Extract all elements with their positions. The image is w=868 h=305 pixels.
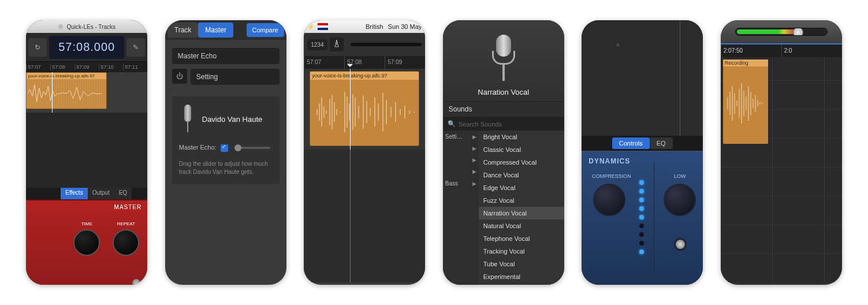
jack-icon: [674, 238, 687, 251]
meter-dot-icon: [616, 43, 620, 47]
setting-dropdown[interactable]: Setting: [191, 69, 280, 85]
playhead[interactable]: [350, 69, 351, 150]
preset-name-field[interactable]: Master Echo: [172, 48, 280, 64]
region-label: your-voice-is-breaking-up.aifc.97: [27, 73, 106, 79]
chevron-right-icon: ▶: [472, 169, 476, 174]
library-browser: Setti…▶ ▶ ▶ ▶ Bass▶ Bright Vocal Classic…: [443, 131, 564, 285]
track-lane[interactable]: your-voice-is-breaking-up.aifc.97: [304, 69, 425, 150]
category-item: ▶: [443, 154, 479, 166]
recording-panel: 2:07:50 2:0 Recording: [721, 20, 842, 285]
led-icon: [639, 241, 644, 246]
chevron-right-icon: ▶: [472, 146, 476, 151]
timeline-ruler[interactable]: 2:07:50 2:0: [721, 43, 842, 57]
preset-item[interactable]: Compressed Vocal: [479, 156, 564, 169]
category-column[interactable]: Setti…▶ ▶ ▶ ▶ Bass▶: [443, 131, 479, 285]
menubar-date[interactable]: Sun 30 May: [388, 23, 422, 30]
audio-region[interactable]: your-voice-is-breaking-up.aifc.97: [26, 72, 107, 109]
chevron-right-icon: ▶: [472, 181, 476, 187]
counter-display[interactable]: 1234: [307, 39, 327, 50]
metronome-button[interactable]: [330, 38, 344, 51]
tab-track[interactable]: Track: [167, 23, 199, 38]
category-item: ▶: [443, 166, 479, 177]
preset-item[interactable]: Tube Vocal: [479, 258, 564, 270]
preset-item[interactable]: Dance Vocal: [479, 169, 564, 181]
category-item: Setti…▶: [443, 131, 479, 143]
knob-label-repeat: REPEAT: [113, 221, 139, 226]
time-knob[interactable]: [73, 229, 100, 256]
playhead-line: [350, 150, 351, 282]
preset-item[interactable]: Telephone Vocal: [479, 232, 564, 245]
ruler-tick: 57:07: [304, 56, 344, 69]
category-item: Bass▶: [443, 177, 479, 189]
preset-item[interactable]: Natural Vocal: [479, 220, 564, 232]
waveform-icon: [310, 80, 419, 144]
timeline-ruler[interactable]: 57:07 57:08 57:09: [304, 56, 425, 69]
search-field[interactable]: 🔍 Search Sounds: [443, 117, 564, 131]
tab-eq[interactable]: EQ: [114, 188, 132, 199]
playhead[interactable]: [52, 72, 53, 113]
preset-title: Narration Vocal: [478, 88, 529, 96]
amp-label: MASTER: [114, 204, 142, 210]
compression-knob[interactable]: [593, 184, 625, 216]
tab-controls[interactable]: Controls: [612, 137, 650, 149]
preset-item[interactable]: Edge Vocal: [479, 181, 564, 194]
repeat-knob[interactable]: [113, 229, 139, 256]
transport-toolbar: ↻ 57:08.000 ✎: [26, 33, 147, 62]
tab-output[interactable]: Output: [88, 188, 114, 199]
preset-item[interactable]: Bright Vocal: [479, 131, 564, 143]
ruler-tick: 2:07:50: [721, 44, 781, 57]
empty-track-area: [26, 113, 147, 188]
input-level-meter[interactable]: [735, 28, 828, 36]
region-label: your-voice-is-breaking-up.aifc.97: [310, 72, 419, 80]
track-lane[interactable]: Recording: [721, 57, 842, 282]
window-title: Quick-LEs - Tracks: [67, 24, 116, 30]
knob-label-compression: COMPRESSION: [592, 173, 627, 179]
audio-region[interactable]: your-voice-is-breaking-up.aifc.97: [310, 71, 419, 146]
window-titlebar: Quick-LEs - Tracks: [26, 20, 147, 33]
tab-effects[interactable]: Effects: [61, 188, 87, 199]
sounds-header: Sounds: [443, 101, 564, 117]
preset-item-selected[interactable]: Narration Vocal: [479, 207, 564, 220]
edit-button[interactable]: ✎: [126, 38, 145, 57]
settings-body: Master Echo ⏻ Setting Davido Van Haute M…: [165, 40, 286, 192]
traffic-light-icon: [58, 24, 63, 29]
tab-master[interactable]: Master: [198, 23, 233, 38]
echo-checkbox[interactable]: [221, 144, 228, 152]
power-button[interactable]: ⏻: [172, 69, 187, 84]
dynamics-module: DYNAMICS COMPRESSION LOW: [582, 151, 703, 285]
setting-label: Setting: [196, 73, 218, 81]
playhead-line: [680, 20, 680, 136]
track-master-tabs: Track Master Compare: [165, 20, 286, 40]
preset-item[interactable]: Fuzz Vocal: [479, 194, 564, 207]
level-fill: [737, 29, 796, 34]
chevron-right-icon: ▶: [472, 134, 476, 140]
track-name: Davido Van Haute: [202, 115, 263, 124]
region-label: Recording: [723, 59, 768, 66]
compare-button[interactable]: Compare: [247, 23, 284, 37]
preset-item[interactable]: Tracking Vocal: [479, 245, 564, 258]
lcd-toolbar: 1234: [304, 33, 425, 56]
track-lane[interactable]: your-voice-is-breaking-up.aifc.97: [26, 72, 147, 113]
low-knob[interactable]: [664, 184, 696, 216]
preset-item[interactable]: Classic Vocal: [479, 143, 564, 156]
recording-region[interactable]: Recording: [723, 59, 768, 144]
search-icon: 🔍: [448, 120, 456, 128]
tab-eq[interactable]: EQ: [650, 137, 673, 149]
ruler-tick: 57:09: [385, 56, 425, 69]
volume-slider[interactable]: [351, 43, 422, 46]
screw-icon: [132, 279, 140, 285]
echo-slider[interactable]: [236, 147, 270, 149]
tracks-window: Quick-LEs - Tracks ↻ 57:08.000 ✎ 57:07 5…: [26, 20, 147, 285]
timeline-ruler[interactable]: 57:07 57:08 57:09 57:10 57:11: [26, 62, 147, 72]
cycle-button[interactable]: ↻: [28, 38, 47, 57]
smart-controls-tabs: Controls EQ: [582, 136, 703, 151]
led-icon: [639, 215, 644, 220]
level-slider-thumb[interactable]: [793, 28, 803, 36]
input-language[interactable]: British: [366, 23, 383, 30]
category-item: ▶: [443, 143, 479, 154]
echo-slider-row: Master Echo:: [179, 144, 273, 152]
preset-item[interactable]: Experimental: [479, 270, 564, 283]
preset-column[interactable]: Bright Vocal Classic Vocal Compressed Vo…: [479, 131, 564, 285]
master-echo-panel: Track Master Compare Master Echo ⏻ Setti…: [165, 20, 286, 285]
time-display[interactable]: 57:08.000: [49, 36, 124, 59]
